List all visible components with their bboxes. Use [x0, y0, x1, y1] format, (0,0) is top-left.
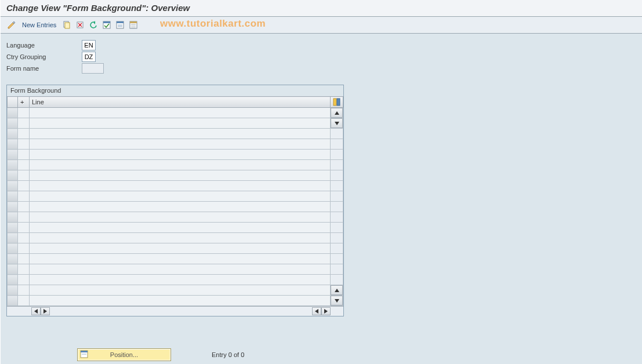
line-cell[interactable] [30, 191, 331, 202]
vertical-scrollbar-track[interactable] [331, 212, 343, 223]
deselect-all-button[interactable] [127, 19, 140, 31]
row-selector[interactable] [8, 191, 18, 202]
plus-cell[interactable] [18, 233, 30, 243]
language-input[interactable] [82, 40, 96, 50]
vertical-scrollbar-track[interactable] [331, 139, 343, 150]
line-cell[interactable] [30, 118, 331, 129]
plus-column-header[interactable]: + [18, 97, 30, 108]
plus-cell[interactable] [18, 254, 30, 264]
plus-cell[interactable] [18, 212, 30, 223]
line-cell[interactable] [30, 202, 331, 212]
scroll-left-button[interactable] [31, 307, 41, 315]
row-selector[interactable] [8, 296, 18, 306]
row-selector[interactable] [8, 264, 18, 275]
table-settings-button[interactable] [331, 97, 343, 108]
plus-cell[interactable] [18, 223, 30, 233]
vertical-scrollbar-track[interactable] [331, 254, 343, 264]
vertical-scrollbar-track[interactable] [331, 223, 343, 233]
row-selector[interactable] [8, 275, 18, 285]
row-selector[interactable] [8, 254, 18, 264]
plus-cell[interactable] [18, 191, 30, 202]
row-selector[interactable] [8, 160, 18, 170]
vertical-scrollbar-track[interactable] [331, 129, 343, 139]
line-cell[interactable] [30, 139, 331, 150]
line-cell[interactable] [30, 254, 331, 264]
line-cell[interactable] [30, 296, 331, 306]
vertical-scrollbar-track[interactable] [331, 181, 343, 191]
row-selector[interactable] [8, 243, 18, 254]
chevron-right-icon [324, 309, 328, 314]
row-selector[interactable] [8, 285, 18, 296]
plus-cell[interactable] [18, 129, 30, 139]
plus-cell[interactable] [18, 160, 30, 170]
line-cell[interactable] [30, 108, 331, 118]
line-cell[interactable] [30, 275, 331, 285]
row-selector[interactable] [8, 108, 18, 118]
plus-cell[interactable] [18, 150, 30, 160]
line-column-header[interactable]: Line [30, 97, 331, 108]
scroll-down-button[interactable] [331, 296, 343, 305]
vertical-scrollbar-track[interactable] [331, 191, 343, 202]
row-selector[interactable] [8, 139, 18, 150]
line-cell[interactable] [30, 170, 331, 181]
scroll-up-button[interactable] [331, 108, 343, 118]
line-cell[interactable] [30, 129, 331, 139]
toggle-display-change-button[interactable] [5, 19, 18, 31]
plus-cell[interactable] [18, 170, 30, 181]
vertical-scrollbar-track[interactable] [331, 202, 343, 212]
plus-cell[interactable] [18, 275, 30, 285]
vertical-scrollbar-track[interactable] [331, 233, 343, 243]
row-selector[interactable] [8, 212, 18, 223]
plus-cell[interactable] [18, 118, 30, 129]
line-cell[interactable] [30, 285, 331, 296]
row-selector[interactable] [8, 223, 18, 233]
line-cell[interactable] [30, 264, 331, 275]
line-cell[interactable] [30, 150, 331, 160]
plus-cell[interactable] [18, 202, 30, 212]
plus-cell[interactable] [18, 296, 30, 306]
horizontal-scrollbar[interactable] [7, 306, 343, 316]
plus-cell[interactable] [18, 139, 30, 150]
svg-rect-13 [333, 99, 336, 105]
row-selector[interactable] [8, 170, 18, 181]
delete-button[interactable] [74, 19, 86, 31]
line-cell[interactable] [30, 181, 331, 191]
new-entries-button[interactable]: New Entries [19, 19, 60, 31]
vertical-scrollbar-track[interactable] [331, 150, 343, 160]
table-row [8, 202, 343, 212]
plus-cell[interactable] [18, 108, 30, 118]
plus-cell[interactable] [18, 264, 30, 275]
row-selector[interactable] [8, 202, 18, 212]
line-cell[interactable] [30, 160, 331, 170]
position-button[interactable]: Position... [77, 348, 171, 361]
plus-cell[interactable] [18, 243, 30, 254]
row-selector[interactable] [8, 233, 18, 243]
row-selector[interactable] [8, 118, 18, 129]
line-cell[interactable] [30, 243, 331, 254]
scroll-down-step-button[interactable] [331, 118, 343, 128]
line-cell[interactable] [30, 212, 331, 223]
vertical-scrollbar-track[interactable] [331, 170, 343, 181]
row-selector[interactable] [8, 129, 18, 139]
line-cell[interactable] [30, 233, 331, 243]
vertical-scrollbar-track[interactable] [331, 275, 343, 285]
ctry-grouping-input[interactable] [82, 52, 96, 62]
vertical-scrollbar-track[interactable] [331, 264, 343, 275]
line-cell[interactable] [30, 223, 331, 233]
vertical-scrollbar-track[interactable] [331, 160, 343, 170]
row-selector[interactable] [8, 150, 18, 160]
scroll-left-end-button[interactable] [312, 307, 321, 315]
plus-cell[interactable] [18, 181, 30, 191]
row-selector[interactable] [8, 181, 18, 191]
scroll-right-button[interactable] [321, 307, 331, 315]
select-all-column-header[interactable] [8, 97, 18, 108]
vertical-scrollbar-track[interactable] [331, 243, 343, 254]
select-all-button[interactable] [100, 19, 113, 31]
plus-cell[interactable] [18, 285, 30, 296]
copy-as-button[interactable] [60, 19, 73, 31]
undo-change-button[interactable] [87, 19, 100, 31]
scroll-right-step-button[interactable] [41, 307, 50, 315]
form-name-input[interactable] [82, 63, 104, 74]
select-block-button[interactable] [114, 19, 126, 31]
scroll-up-end-button[interactable] [331, 285, 343, 295]
